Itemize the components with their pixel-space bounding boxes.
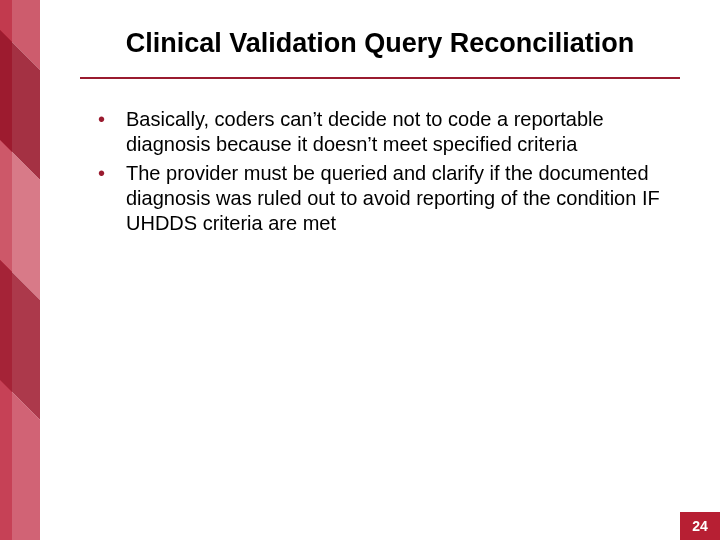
list-item: Basically, coders can’t decide not to co…: [98, 107, 680, 157]
title-underline: [80, 77, 680, 79]
bullet-list: Basically, coders can’t decide not to co…: [80, 107, 680, 236]
page-number-badge: 24: [680, 512, 720, 540]
page-number: 24: [692, 518, 708, 534]
slide-content: Clinical Validation Query Reconciliation…: [40, 0, 720, 540]
slide-title: Clinical Validation Query Reconciliation: [80, 28, 680, 77]
left-decorative-art: [0, 0, 40, 540]
list-item: The provider must be queried and clarify…: [98, 161, 680, 236]
